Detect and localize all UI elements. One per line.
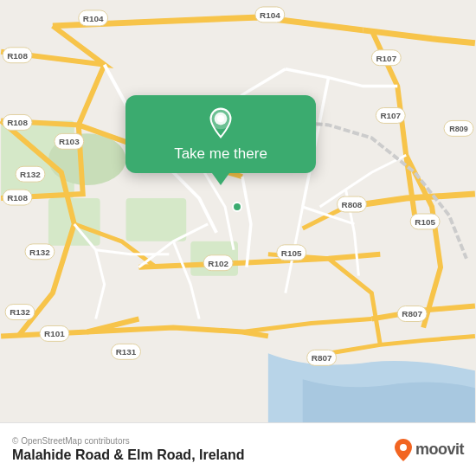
moovit-pin-icon <box>394 438 413 462</box>
svg-text:R108: R108 <box>7 193 28 203</box>
svg-text:R102: R102 <box>208 259 228 268</box>
svg-text:R105: R105 <box>415 217 435 227</box>
moovit-text: moovit <box>415 441 464 459</box>
svg-text:R808: R808 <box>342 200 363 209</box>
moovit-logo: moovit <box>394 438 464 462</box>
svg-text:R132: R132 <box>29 248 50 257</box>
location-name: Malahide Road & Elm Road, Ireland <box>12 447 245 463</box>
svg-text:R108: R108 <box>7 51 28 61</box>
osm-credit: © OpenStreetMap contributors <box>12 436 245 446</box>
svg-text:R807: R807 <box>312 353 332 363</box>
svg-text:R105: R105 <box>281 248 302 258</box>
svg-text:R104: R104 <box>83 14 104 23</box>
svg-text:R807: R807 <box>402 309 422 318</box>
map-container[interactable]: R104 R104 R107 R107 R108 R108 R108 R132 … <box>0 0 476 422</box>
svg-text:R132: R132 <box>20 170 41 179</box>
popup-tooltip[interactable]: Take me there <box>125 95 316 173</box>
svg-text:R108: R108 <box>7 118 28 127</box>
svg-text:R107: R107 <box>380 111 401 120</box>
svg-point-49 <box>217 115 224 122</box>
map-svg: R104 R104 R107 R107 R108 R108 R108 R132 … <box>0 0 476 422</box>
svg-text:R104: R104 <box>260 10 280 20</box>
svg-text:R809: R809 <box>449 125 467 133</box>
location-info: © OpenStreetMap contributors Malahide Ro… <box>12 436 245 463</box>
app: R104 R104 R107 R107 R108 R108 R108 R132 … <box>0 0 476 476</box>
svg-point-50 <box>400 444 407 451</box>
bottom-bar: © OpenStreetMap contributors Malahide Ro… <box>0 422 476 476</box>
svg-text:R131: R131 <box>116 347 137 357</box>
svg-text:R107: R107 <box>376 54 396 63</box>
svg-text:R101: R101 <box>44 329 65 338</box>
svg-rect-3 <box>126 198 187 241</box>
svg-text:R132: R132 <box>10 308 30 318</box>
popup-label: Take me there <box>174 145 267 163</box>
svg-point-46 <box>233 203 241 211</box>
location-pin-icon <box>205 107 236 138</box>
svg-text:R103: R103 <box>59 137 80 146</box>
